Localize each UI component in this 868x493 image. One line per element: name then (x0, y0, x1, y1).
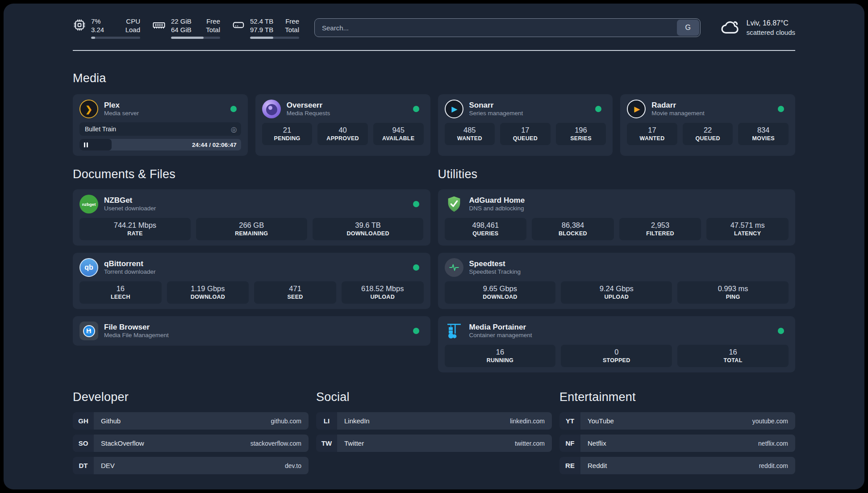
adguard-card[interactable]: AdGuard Home DNS and adblocking 498,461 … (438, 189, 796, 246)
ram-free-label: Free (202, 17, 220, 26)
link-dev[interactable]: DT DEVdev.to (73, 457, 309, 474)
speedtest-pulse-icon (445, 258, 463, 277)
speedtest-title: Speedtest (469, 259, 521, 268)
link-url: twitter.com (515, 440, 545, 447)
link-abbr-badge: GH (73, 412, 94, 430)
nzbget-card[interactable]: nzbget NZBGet Usenet downloader 744.21 M… (73, 189, 430, 246)
stat-filtered: 2,953 FILTERED (619, 218, 701, 240)
cpu-usage-value: 7% (91, 17, 116, 26)
link-github[interactable]: GH Githubgithub.com (73, 412, 309, 430)
player-time: 24:44 / 02:06:47 (192, 142, 237, 148)
link-url: netflix.com (758, 440, 788, 447)
link-url: stackoverflow.com (250, 440, 301, 447)
developer-section-title: Developer (73, 390, 309, 404)
session-target-icon[interactable]: ◎ (231, 125, 237, 134)
stat-latency: 47.571 ms LATENCY (706, 218, 789, 240)
speedtest-card[interactable]: Speedtest Speedtest Tracking 9.65 Gbps D… (438, 253, 796, 309)
disk-total-value: 97.9 TB (250, 25, 275, 34)
search-bar: G (314, 18, 701, 37)
stat-queries: 498,461 QUERIES (445, 218, 527, 240)
sonarr-card[interactable]: ▶ Sonarr Series management 485 WANTED 17… (438, 94, 613, 156)
link-twitter[interactable]: TW Twittertwitter.com (316, 435, 552, 452)
portainer-icon (445, 322, 463, 340)
ram-free-value: 22 GiB (171, 17, 196, 26)
overseerr-card[interactable]: Overseerr Media Requests 21 PENDING 40 A… (255, 94, 430, 156)
link-abbr-badge: YT (559, 412, 580, 430)
status-dot (778, 328, 784, 334)
ram-icon (152, 18, 166, 33)
link-name: Twitter (344, 439, 364, 447)
disk-free-label: Free (281, 17, 299, 26)
radarr-card[interactable]: ▶ Radarr Movie management 17 WANTED 22 Q… (620, 94, 795, 156)
ram-total-label: Total (202, 25, 220, 34)
sonarr-title: Sonarr (469, 100, 523, 110)
link-stackoverflow[interactable]: SO StackOverflowstackoverflow.com (73, 435, 309, 452)
link-netflix[interactable]: NF Netflixnetflix.com (559, 435, 795, 452)
cpu-stat: 7% 3.24 CPU Load (73, 17, 140, 39)
disk-stat: 52.4 TB 97.9 TB Free Total (232, 17, 299, 39)
stat-queued: 22 QUEUED (683, 123, 733, 145)
adguard-subtitle: DNS and adblocking (469, 205, 525, 213)
link-abbr-badge: TW (316, 435, 337, 452)
entertainment-section-title: Entertainment (559, 390, 795, 404)
radarr-icon: ▶ (627, 100, 646, 118)
stat-rate: 744.21 Mbps RATE (79, 218, 191, 240)
social-section-title: Social (316, 390, 552, 404)
link-abbr-badge: LI (316, 412, 337, 430)
link-url: linkedin.com (510, 418, 545, 425)
ram-stat: 22 GiB 64 GiB Free Total (152, 17, 220, 39)
stat-wanted: 485 WANTED (445, 123, 495, 145)
link-url: reddit.com (759, 462, 788, 469)
link-abbr-badge: SO (73, 435, 94, 452)
link-name: StackOverflow (101, 439, 144, 447)
portainer-card[interactable]: Media Portainer Container management 16 … (438, 316, 796, 372)
documents-section-title: Documents & Files (73, 167, 430, 181)
search-engine-button[interactable]: G (677, 20, 699, 36)
radarr-title: Radarr (651, 100, 705, 110)
ram-progress-bar (171, 37, 220, 39)
plex-card[interactable]: ❯ Plex Media server Bullet Train ◎ 24:44… (73, 94, 248, 156)
radarr-subtitle: Movie management (651, 110, 705, 117)
cpu-progress-bar (91, 37, 140, 39)
pause-icon[interactable] (84, 142, 88, 147)
status-dot (413, 106, 419, 112)
stat-ping: 0.993 ms PING (677, 281, 789, 304)
link-name: DEV (101, 462, 115, 469)
search-input[interactable] (315, 19, 700, 37)
weather-location: Lviv, 16.87°C (747, 19, 795, 28)
plex-icon: ❯ (79, 100, 98, 118)
link-url: dev.to (285, 462, 301, 469)
disk-total-label: Total (281, 25, 299, 34)
section-developer: Developer GH Githubgithub.com SO StackOv… (73, 390, 309, 474)
top-bar: 7% 3.24 CPU Load (73, 15, 795, 40)
link-youtube[interactable]: YT YouTubeyoutube.com (559, 412, 795, 430)
speedtest-subtitle: Speedtest Tracking (469, 268, 521, 276)
media-section-title: Media (73, 71, 795, 85)
qbittorrent-title: qBittorrent (104, 259, 156, 268)
link-url: youtube.com (752, 418, 788, 425)
weather-widget: Lviv, 16.87°C scattered clouds (720, 18, 795, 37)
overseerr-icon (262, 100, 281, 118)
stat-queued: 17 QUEUED (500, 123, 551, 145)
stat-approved: 40 APPROVED (317, 123, 368, 145)
stat-download: 9.65 Gbps DOWNLOAD (445, 281, 556, 304)
qbittorrent-card[interactable]: qb qBittorrent Torrent downloader 16 LEE… (73, 253, 430, 309)
media-player-bar[interactable]: 24:44 / 02:06:47 (79, 139, 241, 150)
filebrowser-subtitle: Media File Management (104, 332, 169, 339)
status-dot (413, 264, 419, 271)
stat-total: 16 TOTAL (677, 345, 789, 367)
stat-running: 16 RUNNING (445, 345, 556, 367)
system-stats: 7% 3.24 CPU Load (73, 17, 299, 39)
qbittorrent-subtitle: Torrent downloader (104, 268, 156, 276)
link-linkedin[interactable]: LI LinkedInlinkedin.com (316, 412, 552, 430)
filebrowser-card[interactable]: File Browser Media File Management (73, 316, 430, 346)
dashboard: 7% 3.24 CPU Load (4, 4, 864, 489)
link-reddit[interactable]: RE Redditreddit.com (559, 457, 795, 474)
cpu-load-label: Load (122, 25, 140, 34)
sonarr-icon: ▶ (445, 100, 463, 118)
link-name: Netflix (588, 439, 606, 447)
cpu-usage-label: CPU (122, 17, 140, 26)
section-media: Media ❯ Plex Media server Bullet Train ◎ (73, 71, 795, 156)
section-social: Social LI LinkedInlinkedin.com TW Twitte… (316, 390, 552, 452)
stat-available: 945 AVAILABLE (373, 123, 424, 145)
